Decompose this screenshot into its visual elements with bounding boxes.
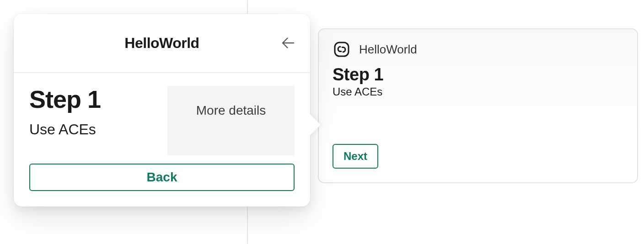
step-popover: HelloWorld Step 1 Use ACEs More details … — [14, 14, 310, 207]
arrow-left-icon[interactable] — [279, 34, 297, 52]
svg-rect-1 — [335, 42, 349, 56]
link-icon — [333, 40, 351, 58]
card-step-subtitle: Use ACEs — [333, 85, 623, 98]
popover-header: HelloWorld — [14, 14, 310, 73]
back-button[interactable]: Back — [29, 164, 295, 191]
card-step-heading: Step 1 — [333, 65, 623, 85]
popover-title: HelloWorld — [14, 35, 310, 52]
popover-body: Step 1 Use ACEs More details Back — [14, 73, 310, 207]
card-header: HelloWorld — [333, 40, 623, 58]
step-heading: Step 1 — [29, 86, 158, 113]
step-subtitle: Use ACEs — [29, 121, 158, 138]
next-button[interactable]: Next — [333, 144, 378, 169]
more-details-button[interactable]: More details — [167, 86, 295, 155]
step-card: HelloWorld Step 1 Use ACEs Next — [318, 28, 638, 183]
step-row: Step 1 Use ACEs More details — [29, 86, 295, 155]
card-title: HelloWorld — [359, 42, 417, 57]
step-text-block: Step 1 Use ACEs — [29, 86, 158, 138]
